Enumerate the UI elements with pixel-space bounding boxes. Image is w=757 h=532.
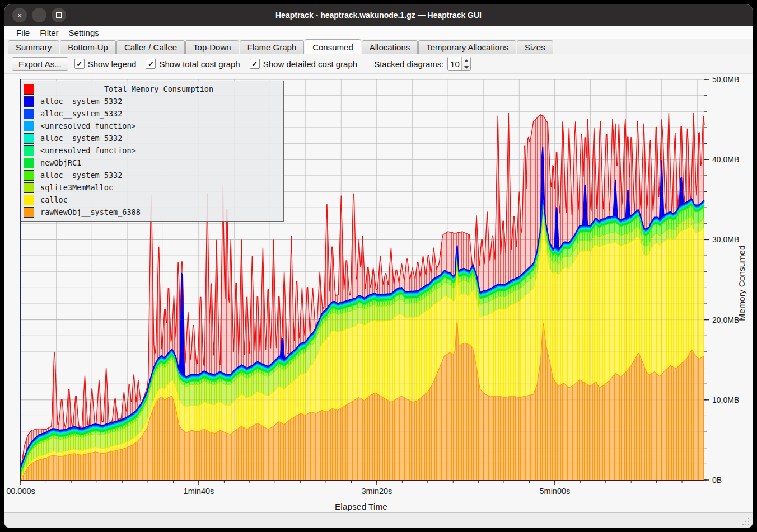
- legend-label: alloc__system_5332: [40, 134, 122, 143]
- legend-label: <unresolved function>: [40, 146, 136, 155]
- tab-caller-callee[interactable]: Caller / Callee: [116, 40, 185, 54]
- legend-label: sqlite3MemMalloc: [40, 183, 113, 192]
- chevron-down-icon: [464, 66, 469, 69]
- tab-allocations[interactable]: Allocations: [362, 40, 418, 54]
- stacked-diagrams-label: Stacked diagrams:: [374, 59, 443, 69]
- toolbar: Export As... ✓Show legend✓Show total cos…: [4, 54, 753, 74]
- legend-item: newObjRC1: [21, 157, 283, 169]
- spinner-down-button[interactable]: [462, 64, 470, 70]
- legend-swatch-icon: [24, 182, 34, 193]
- y-tick-label: 20,0MB: [712, 316, 739, 324]
- legend-title-row: Total Memory Consumption: [21, 83, 283, 95]
- spinner-up-button[interactable]: [462, 57, 470, 64]
- legend-label: newObjRC1: [40, 158, 81, 167]
- legend-swatch-icon: [24, 145, 34, 156]
- checkbox-label: Show legend: [88, 59, 137, 69]
- menu-item-filter[interactable]: Filter: [35, 27, 63, 39]
- chevron-up-icon: [464, 59, 469, 62]
- menu-item-settings[interactable]: Settings: [64, 27, 104, 39]
- checkbox-box[interactable]: ✓: [146, 59, 156, 69]
- legend-swatch-icon: [24, 158, 34, 168]
- checkbox-show-detailed-cost-graph[interactable]: ✓Show detailed cost graph: [250, 59, 357, 69]
- y-tick-label: 50,0MB: [712, 75, 739, 84]
- legend-label: calloc: [40, 195, 68, 204]
- legend-item: <unresolved function>: [21, 144, 283, 157]
- export-as-button[interactable]: Export As...: [12, 57, 68, 71]
- legend-swatch-icon: [24, 207, 34, 218]
- y-tick-label: 30,0MB: [712, 235, 739, 244]
- legend-item: alloc__system_5332: [21, 132, 283, 144]
- legend-swatch-icon: [24, 84, 34, 95]
- tab-top-down[interactable]: Top-Down: [185, 40, 239, 54]
- memory-consumption-chart[interactable]: 00.000s1min40s3min20s5min00s0B10,0MB20,0…: [4, 74, 753, 512]
- y-axis-title: Memory Consumed: [737, 245, 746, 321]
- checkbox-label: Show total cost graph: [159, 59, 240, 69]
- chart-legend: Total Memory Consumptionalloc__system_53…: [21, 81, 284, 222]
- tab-flame-graph[interactable]: Flame Graph: [240, 40, 305, 54]
- x-tick-label: 5min00s: [540, 487, 571, 496]
- legend-swatch-icon: [24, 109, 34, 119]
- checkbox-box[interactable]: ✓: [250, 59, 260, 69]
- legend-label: alloc__system_5332: [40, 97, 122, 106]
- legend-item: alloc__system_5332: [21, 95, 283, 107]
- x-tick-label: 3min20s: [362, 487, 392, 496]
- checkbox-label: Show detailed cost graph: [263, 59, 357, 69]
- tab-bar: SummaryBottom-UpCaller / CalleeTop-DownF…: [4, 39, 753, 54]
- spinner-buttons: [461, 57, 470, 70]
- legend-swatch-icon: [24, 195, 34, 205]
- resize-grip-icon[interactable]: [741, 517, 749, 525]
- status-bar: [4, 512, 753, 528]
- legend-item: sqlite3MemMalloc: [21, 181, 283, 194]
- y-tick-label: 0B: [712, 475, 722, 484]
- legend-item: rawNewObj__system_6388: [21, 206, 283, 218]
- checkbox-show-total-cost-graph[interactable]: ✓Show total cost graph: [146, 59, 240, 69]
- legend-swatch-icon: [24, 170, 34, 181]
- app-window: × – Heaptrack - heaptrack.wakunode.1.gz …: [4, 4, 753, 528]
- legend-item: <unresolved function>: [21, 120, 283, 132]
- x-tick-label: 1min40s: [184, 487, 214, 496]
- legend-item: alloc__system_5332: [21, 169, 283, 181]
- legend-label: rawNewObj__system_6388: [40, 208, 141, 216]
- tab-sizes[interactable]: Sizes: [517, 40, 553, 54]
- window-title: Heaptrack - heaptrack.wakunode.1.gz — He…: [4, 11, 753, 20]
- title-bar[interactable]: × – Heaptrack - heaptrack.wakunode.1.gz …: [4, 4, 753, 26]
- stacked-diagrams-spinner[interactable]: 10: [447, 57, 471, 71]
- menu-item-file[interactable]: File: [11, 27, 35, 39]
- legend-label: alloc__system_5332: [40, 171, 122, 180]
- legend-label: alloc__system_5332: [40, 109, 122, 118]
- tab-temporary-allocations[interactable]: Temporary Allocations: [418, 40, 516, 54]
- checkbox-box[interactable]: ✓: [74, 59, 85, 69]
- toolbar-separator: [368, 58, 368, 69]
- x-axis-title: Elapsed Time: [335, 502, 387, 511]
- legend-swatch-icon: [24, 96, 34, 107]
- y-tick-label: 10,0MB: [712, 396, 739, 404]
- tab-bottom-up[interactable]: Bottom-Up: [60, 40, 116, 54]
- tab-consumed[interactable]: Consumed: [305, 39, 361, 54]
- menu-bar: FileFilterSettings: [4, 26, 753, 39]
- y-tick-label: 40,0MB: [712, 155, 739, 164]
- legend-item: calloc: [21, 194, 283, 206]
- stacked-diagrams-value: 10: [448, 57, 461, 70]
- legend-label: <unresolved function>: [40, 121, 136, 130]
- checkbox-show-legend[interactable]: ✓Show legend: [74, 59, 137, 69]
- legend-swatch-icon: [24, 121, 34, 131]
- legend-swatch-icon: [24, 133, 34, 144]
- legend-label: Total Memory Consumption: [34, 84, 283, 93]
- legend-item: alloc__system_5332: [21, 107, 283, 120]
- x-tick-label: 00.000s: [6, 487, 35, 496]
- tab-summary[interactable]: Summary: [8, 40, 59, 54]
